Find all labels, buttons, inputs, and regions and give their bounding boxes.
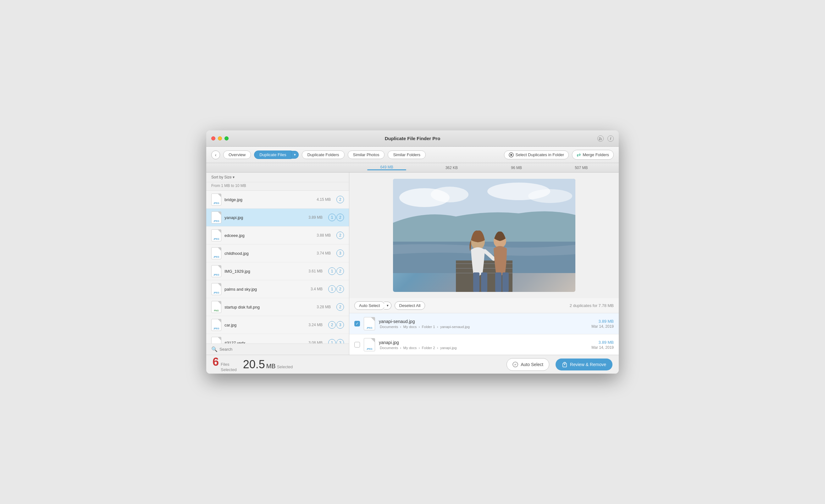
- file-size: 3.08 MB: [308, 341, 322, 343]
- deselect-all-button[interactable]: Deselect All: [394, 301, 425, 310]
- files-selected-label: Files Selected: [221, 362, 237, 373]
- dup-file-date: Mar 14, 2019: [591, 345, 614, 350]
- select-duplicates-button[interactable]: Select Duplicates in Folder: [504, 151, 569, 159]
- duplicate-item: ✓ JPEG yanapi-senaud.jpg Documents › My …: [349, 313, 619, 334]
- tab-duplicate-files-group: Duplicate Files ▾: [254, 151, 299, 159]
- mb-label: Selected: [277, 364, 293, 369]
- dup-file-path: Documents › My docs › Folder 1 › yanapi-…: [379, 325, 588, 329]
- duplicate-badge: 2: [336, 196, 344, 203]
- badge-group: 23: [328, 321, 344, 329]
- dup-file-path: Documents › My docs › Folder 2 › yanapi.…: [379, 346, 588, 350]
- svg-point-7: [528, 189, 572, 203]
- file-size: 3.74 MB: [317, 251, 331, 255]
- file-list-item[interactable]: JPEG IMG_1929.jpg 3.61 MB 12: [206, 262, 349, 280]
- sub-tab-duplicate-files[interactable]: 649 MB: [354, 164, 419, 171]
- badge-group: 12: [328, 267, 344, 275]
- file-size: 3.61 MB: [308, 269, 322, 273]
- sub-tab-similar-photos[interactable]: 96 MB: [484, 165, 549, 171]
- svg-rect-18: [503, 272, 509, 292]
- sub-tab-similar-folders[interactable]: 507 MB: [549, 165, 614, 171]
- file-name: #3127.vsdx: [224, 341, 305, 344]
- merge-folders-button[interactable]: ⇄ Merge Folders: [572, 150, 614, 160]
- files-count: 6: [213, 356, 219, 368]
- duplicate-badge: 2: [336, 267, 344, 275]
- close-button[interactable]: [211, 136, 215, 141]
- review-remove-button[interactable]: Review & Remove: [555, 358, 612, 370]
- file-name: edceee.jpg: [224, 233, 313, 238]
- duplicate-badge: 3: [336, 339, 344, 343]
- file-size: 3.24 MB: [308, 323, 322, 327]
- sort-bar[interactable]: Sort by Size ▾: [206, 172, 349, 182]
- tab-similar-folders[interactable]: Similar Folders: [388, 151, 426, 159]
- dup-checkbox[interactable]: ✓: [354, 321, 360, 327]
- auto-select-status-button[interactable]: Auto Select: [507, 358, 549, 371]
- maximize-button[interactable]: [224, 136, 229, 141]
- file-list-item[interactable]: JPEG car.jpg 3.24 MB 23: [206, 316, 349, 334]
- tab-duplicate-files[interactable]: Duplicate Files: [254, 151, 291, 159]
- toolbar: ‹ Overview Duplicate Files ▾ Duplicate F…: [206, 147, 619, 163]
- svg-rect-15: [473, 272, 479, 292]
- file-type-icon: JPEG: [211, 265, 221, 277]
- mb-unit: MB: [266, 362, 276, 370]
- sidebar: Sort by Size ▾ From 1 MB to 10 MB JPEG b…: [206, 172, 349, 355]
- file-name: startup disk full.png: [224, 305, 313, 310]
- file-type-icon: JPEG: [211, 229, 221, 241]
- duplicate-badge: 2: [336, 285, 344, 293]
- file-name: childhood.jpg: [224, 251, 313, 256]
- file-list-item[interactable]: VSDX #3127.vsdx 3.08 MB 13: [206, 334, 349, 343]
- file-list-item[interactable]: JPEG childhood.jpg 3.74 MB 3: [206, 244, 349, 262]
- sub-tab-duplicate-folders[interactable]: 362 KB: [419, 165, 484, 171]
- dup-file-size: 3.89 MB: [591, 319, 614, 324]
- info-icon[interactable]: i: [607, 136, 614, 142]
- right-panel: Auto Select ▾ Deselect All 2 duplicates …: [349, 172, 619, 355]
- file-type-icon: JPEG: [211, 212, 221, 224]
- tab-overview[interactable]: Overview: [223, 151, 251, 159]
- mb-selected-group: 20.5 MB Selected: [243, 359, 293, 370]
- dup-controls: Auto Select ▾ Deselect All 2 duplicates …: [349, 298, 619, 313]
- titlebar: Duplicate File Finder Pro i: [206, 131, 619, 147]
- badge-group: 13: [328, 339, 344, 343]
- file-name: palms and sky.jpg: [224, 287, 307, 291]
- search-bar: 🔍: [206, 343, 349, 355]
- svg-rect-16: [481, 272, 487, 292]
- duplicate-badge: 1: [328, 285, 336, 293]
- dup-checkbox[interactable]: [354, 342, 360, 347]
- badge-group: 3: [336, 249, 344, 257]
- back-button[interactable]: ‹: [211, 151, 220, 159]
- duplicate-list: ✓ JPEG yanapi-senaud.jpg Documents › My …: [349, 313, 619, 355]
- file-type-icon: JPEG: [211, 319, 221, 331]
- tab-similar-photos[interactable]: Similar Photos: [348, 151, 385, 159]
- minimize-button[interactable]: [218, 136, 222, 141]
- file-list-item[interactable]: JPEG bridge.jpg 4.15 MB 2: [206, 191, 349, 208]
- file-list-item[interactable]: JPEG edceee.jpg 3.88 MB 2: [206, 227, 349, 244]
- titlebar-icons: i: [597, 136, 614, 142]
- badge-group: 12: [328, 285, 344, 293]
- file-type-icon: JPEG: [211, 247, 221, 259]
- svg-point-5: [431, 187, 468, 202]
- tab-duplicate-folders[interactable]: Duplicate Folders: [302, 151, 344, 159]
- preview-area: [349, 172, 619, 298]
- rss-icon[interactable]: [597, 136, 604, 142]
- duplicate-badge: 1: [328, 214, 336, 221]
- tab-duplicate-files-arrow[interactable]: ▾: [291, 151, 299, 159]
- file-list-item[interactable]: PNG startup disk full.png 3.28 MB 2: [206, 298, 349, 316]
- auto-select-dropdown[interactable]: ▾: [384, 302, 391, 310]
- search-input[interactable]: [219, 347, 344, 352]
- file-name: bridge.jpg: [224, 197, 313, 202]
- dup-file-size: 3.89 MB: [591, 340, 614, 345]
- search-icon: 🔍: [211, 346, 218, 352]
- size-range-label: From 1 MB to 10 MB: [206, 182, 349, 191]
- dup-file-date: Mar 14, 2019: [591, 324, 614, 329]
- mb-number: 20.5: [243, 359, 265, 370]
- svg-rect-17: [495, 272, 502, 292]
- duplicate-item: JPEG yanapi.jpg Documents › My docs › Fo…: [349, 334, 619, 355]
- file-type-icon: JPEG: [211, 283, 221, 295]
- file-list-item[interactable]: JPEG palms and sky.jpg 3.4 MB 12: [206, 280, 349, 298]
- auto-select-button[interactable]: Auto Select: [354, 301, 385, 310]
- file-size: 3.89 MB: [308, 215, 322, 220]
- file-list-item[interactable]: JPEG yanapi.jpg 3.89 MB 12: [206, 208, 349, 227]
- sub-toolbar: 649 MB 362 KB 96 MB 507 MB: [206, 163, 619, 172]
- file-size: 4.15 MB: [317, 197, 331, 202]
- dup-file-info: yanapi.jpg Documents › My docs › Folder …: [379, 340, 588, 350]
- dup-file-name: yanapi-senaud.jpg: [379, 319, 588, 324]
